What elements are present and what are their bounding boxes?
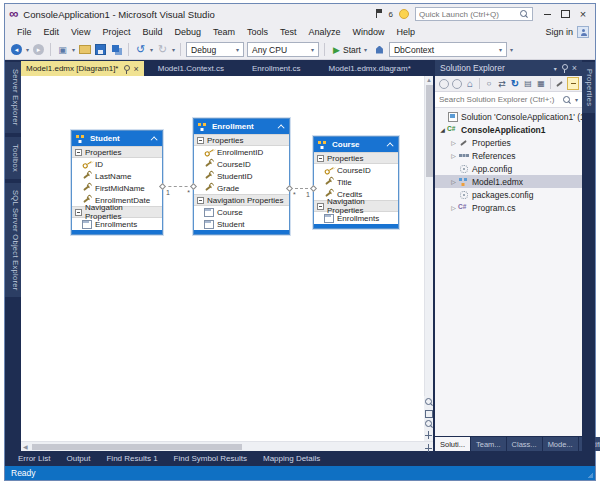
menu-item[interactable]: Debug <box>168 27 207 37</box>
navigate-back-dropdown-icon[interactable]: ▾ <box>26 46 29 53</box>
solution-explorer-tool-icon[interactable] <box>567 77 579 90</box>
side-tab[interactable]: Server Explorer <box>5 62 21 133</box>
undo-button[interactable] <box>134 43 147 56</box>
tree-item[interactable]: Solution 'ConsoleApplication1' (1 projec… <box>435 110 582 123</box>
section-header[interactable]: Properties <box>72 146 162 158</box>
bottom-panel-tab[interactable]: Output <box>59 452 97 465</box>
solution-explorer-tool-icon[interactable] <box>479 78 480 89</box>
tree-expand-icon[interactable] <box>438 126 447 133</box>
tree-item[interactable]: Program.cs <box>435 201 582 214</box>
expander-icon[interactable] <box>197 197 204 204</box>
pin-icon[interactable] <box>123 64 130 74</box>
close-button[interactable] <box>575 7 591 21</box>
menu-item[interactable]: Project <box>96 27 136 37</box>
solution-explorer-tool-icon[interactable] <box>522 77 534 90</box>
navigate-forward-button[interactable]: ▸ <box>32 43 45 56</box>
quick-launch-input[interactable] <box>419 10 517 19</box>
close-icon[interactable] <box>133 64 138 74</box>
zoom-in-button[interactable] <box>424 397 433 407</box>
search-options-icon[interactable]: ▾ <box>575 96 578 103</box>
property-row[interactable]: Title <box>314 176 398 188</box>
tree-item[interactable]: packages.config <box>435 188 582 201</box>
sign-in-link[interactable]: Sign in <box>545 27 573 37</box>
notifications-flag-icon[interactable] <box>375 9 383 19</box>
solution-configuration-combo[interactable]: Debug▾ <box>186 42 244 57</box>
horizontal-scroll-thumb[interactable] <box>32 444 242 450</box>
toolbar-overflow-icon[interactable]: ▾ <box>510 46 513 53</box>
menu-item[interactable]: Tools <box>241 27 274 37</box>
collapse-chevron-icon[interactable] <box>151 136 158 143</box>
expander-icon[interactable] <box>317 203 324 210</box>
side-tab[interactable]: Properties <box>582 62 595 113</box>
menu-item[interactable]: Test <box>274 27 303 37</box>
pan-button[interactable] <box>424 430 433 440</box>
minimize-button[interactable] <box>539 7 555 21</box>
expander-icon[interactable] <box>75 209 82 216</box>
undo-dropdown-icon[interactable]: ▾ <box>150 46 153 53</box>
editor-vertical-scrollbar[interactable]: ▲ <box>424 76 433 441</box>
save-all-button[interactable] <box>110 43 123 56</box>
association-enrollment-course[interactable]: * 1 <box>290 188 313 189</box>
collapse-chevron-icon[interactable] <box>278 124 285 131</box>
tree-item[interactable]: ConsoleApplication1 <box>435 123 582 136</box>
scroll-up-icon[interactable]: ▲ <box>425 77 433 83</box>
property-row[interactable]: FirstMidName <box>72 182 162 194</box>
property-row[interactable]: Student <box>194 218 289 230</box>
tree-expand-icon[interactable] <box>449 204 458 211</box>
tree-item[interactable]: App.config <box>435 162 582 175</box>
solution-explorer-tool-icon[interactable] <box>554 77 566 90</box>
bottom-panel-tab[interactable]: Find Results 1 <box>99 452 164 465</box>
navigate-back-button[interactable]: ◂ <box>10 43 23 56</box>
menu-item[interactable]: Analyze <box>303 27 347 37</box>
menu-item[interactable]: Build <box>136 27 168 37</box>
tree-item[interactable]: References <box>435 149 582 162</box>
side-tab[interactable]: Toolbox <box>5 137 21 179</box>
window-position-icon[interactable]: ▾ <box>554 65 557 72</box>
property-row[interactable]: CourseID <box>314 164 398 176</box>
tree-item[interactable]: Model1.edmx <box>435 175 582 188</box>
menu-item[interactable]: Team <box>207 27 241 37</box>
menu-item[interactable]: Help <box>391 27 422 37</box>
solution-explorer-tool-icon[interactable] <box>496 77 508 90</box>
document-tab[interactable]: Model1.edmx.diagram* <box>314 61 424 76</box>
vertical-scroll-thumb[interactable] <box>426 85 433 177</box>
open-file-button[interactable] <box>78 43 91 56</box>
solution-explorer-tool-icon[interactable] <box>438 77 450 90</box>
entity-student[interactable]: Student Properties IDLastNameFirstMidNam… <box>71 130 163 235</box>
resize-grip[interactable] <box>587 472 593 478</box>
section-header[interactable]: Navigation Properties <box>72 206 162 218</box>
redo-button[interactable] <box>156 43 169 56</box>
property-row[interactable]: CourseID <box>194 158 289 170</box>
zoom-out-button[interactable] <box>424 419 433 429</box>
solution-explorer-tool-icon[interactable] <box>451 77 463 90</box>
association-student-enrollment[interactable]: 1 * <box>163 186 193 187</box>
bottom-panel-tab[interactable]: Error List <box>11 452 57 465</box>
menu-item[interactable]: File <box>11 27 38 37</box>
section-header[interactable]: Properties <box>314 152 398 164</box>
auto-hide-pin-icon[interactable] <box>561 63 568 73</box>
document-tab[interactable]: Enrollment.cs <box>238 61 314 76</box>
tree-item[interactable]: Properties <box>435 136 582 149</box>
user-avatar-icon[interactable] <box>577 26 589 38</box>
solution-explorer-title-bar[interactable]: Solution Explorer ▾ <box>435 60 582 76</box>
section-header[interactable]: Navigation Properties <box>314 200 398 212</box>
panel-tab[interactable]: Soluti... <box>435 437 470 451</box>
expander-icon[interactable] <box>317 155 324 162</box>
side-tab[interactable]: SQL Server Object Explorer <box>5 183 21 297</box>
property-row[interactable]: LastName <box>72 170 162 182</box>
entity-header[interactable]: Student <box>72 131 162 146</box>
scroll-left-icon[interactable]: ◀ <box>21 443 30 450</box>
editor-horizontal-scrollbar[interactable]: ◀ <box>21 441 433 451</box>
zoom-fit-button[interactable] <box>424 408 433 418</box>
bottom-panel-tab[interactable]: Find Symbol Results <box>167 452 254 465</box>
document-tab[interactable]: Model1.edmx [Diagram1]* <box>21 61 144 76</box>
entity-course[interactable]: Course Properties CourseIDTitleCredits <box>313 136 399 229</box>
thumbnail-pan-button[interactable] <box>424 443 433 453</box>
tree-expand-icon[interactable] <box>449 152 458 159</box>
solution-explorer-tool-icon[interactable] <box>464 77 476 90</box>
panel-tab[interactable]: Class... <box>507 437 542 451</box>
bottom-panel-tab[interactable]: Mapping Details <box>256 452 327 465</box>
tree-expand-icon[interactable] <box>449 139 458 146</box>
redo-dropdown-icon[interactable]: ▾ <box>172 46 175 53</box>
entity-header[interactable]: Course <box>314 137 398 152</box>
